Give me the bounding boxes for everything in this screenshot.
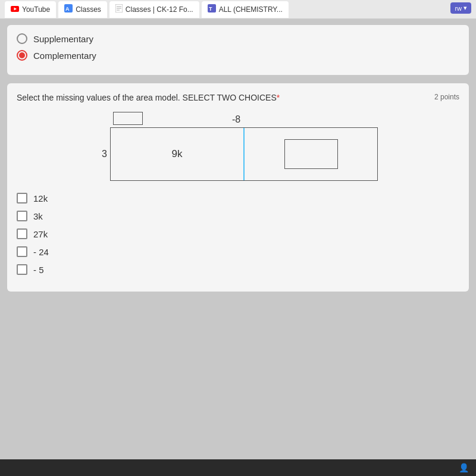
area-model-container: -8 3 9k xyxy=(17,112,459,181)
radio-supplementary-label: Supplementary xyxy=(33,34,93,44)
tab-bar: YouTube A Classes Classes | CK-12 Fo... … xyxy=(0,0,476,19)
top-label-box xyxy=(113,112,143,125)
choice-neg5[interactable]: - 5 xyxy=(17,264,459,275)
choice-3k-label: 3k xyxy=(33,211,43,221)
checkbox-3k[interactable] xyxy=(17,211,27,221)
question-header: Select the missing values of the area mo… xyxy=(17,93,459,102)
tab-classes-label: Classes xyxy=(76,5,101,14)
checkbox-neg24[interactable] xyxy=(17,246,27,257)
svg-text:T: T xyxy=(209,6,212,12)
checkbox-27k[interactable] xyxy=(17,228,27,239)
choices-list: 12k 3k 27k - 24 - 5 xyxy=(17,193,459,275)
doc-icon xyxy=(115,4,123,14)
tab-classes-ck12[interactable]: Classes | CK-12 Fo... xyxy=(109,1,199,18)
tab-all-chemistry[interactable]: T ALL (CHEMISTRY... xyxy=(202,1,289,18)
checkbox-neg5[interactable] xyxy=(17,264,27,275)
radio-option-complementary[interactable]: Complementary xyxy=(17,50,459,61)
choice-27k-label: 27k xyxy=(33,229,48,239)
bottom-bar: 👤 xyxy=(0,459,476,476)
person-icon: 👤 xyxy=(459,463,469,472)
radio-option-supplementary[interactable]: Supplementary xyxy=(17,33,459,44)
tab-youtube[interactable]: YouTube xyxy=(5,1,56,18)
question-text-main: Select the missing values of the area mo… xyxy=(17,93,277,102)
choice-neg24[interactable]: - 24 xyxy=(17,246,459,257)
choice-3k[interactable]: 3k xyxy=(17,211,459,221)
cell-left-value: 9k xyxy=(172,148,183,160)
question-text: Select the missing values of the area mo… xyxy=(17,93,422,102)
teams-icon: T xyxy=(208,4,216,14)
extension-area: rw ▾ xyxy=(450,2,471,14)
points-label: 2 points xyxy=(434,93,459,101)
radio-complementary-label: Complementary xyxy=(33,51,96,61)
svg-text:A: A xyxy=(65,6,70,12)
extension-button[interactable]: rw ▾ xyxy=(450,2,471,14)
grid-cell-right xyxy=(245,128,377,180)
tab-classes-ck12-label: Classes | CK-12 Fo... xyxy=(126,5,193,14)
choice-12k[interactable]: 12k xyxy=(17,193,459,203)
question-card: Select the missing values of the area mo… xyxy=(7,83,469,292)
checkbox-12k[interactable] xyxy=(17,193,27,203)
required-marker: * xyxy=(277,93,280,102)
grid-cell-left: 9k xyxy=(111,128,245,180)
top-value-label: -8 xyxy=(232,114,240,125)
area-model-wrapper: -8 3 9k xyxy=(95,112,381,181)
classes-icon: A xyxy=(64,4,73,14)
choice-neg5-label: - 5 xyxy=(33,265,44,275)
grid-outer: 3 9k xyxy=(95,127,381,181)
ext-button-label: rw xyxy=(455,5,462,12)
area-model-grid: 9k xyxy=(110,127,378,181)
main-content: Supplementary Complementary Select the m… xyxy=(0,19,476,476)
tab-classes[interactable]: A Classes xyxy=(58,1,107,18)
choice-neg24-label: - 24 xyxy=(33,247,49,257)
tab-all-chemistry-label: ALL (CHEMISTRY... xyxy=(219,5,283,14)
inner-box xyxy=(284,139,338,169)
radio-supplementary-circle[interactable] xyxy=(17,33,27,44)
radio-card: Supplementary Complementary xyxy=(7,25,469,75)
choice-27k[interactable]: 27k xyxy=(17,228,459,239)
tab-youtube-label: YouTube xyxy=(22,5,50,14)
left-value-label: 3 xyxy=(95,149,110,159)
choice-12k-label: 12k xyxy=(33,193,48,203)
radio-complementary-circle[interactable] xyxy=(17,50,27,61)
youtube-icon xyxy=(11,5,19,14)
chevron-down-icon: ▾ xyxy=(464,4,467,12)
